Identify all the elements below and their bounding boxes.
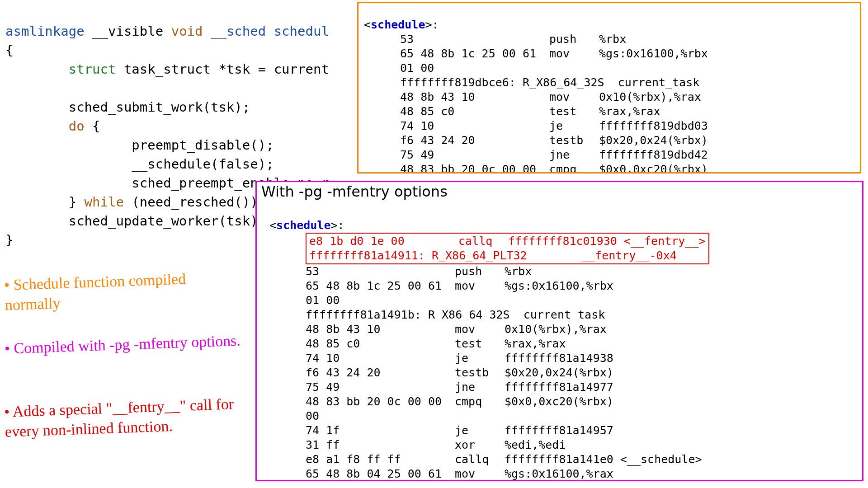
fentry-title: With -pg -mfentry options bbox=[261, 183, 859, 200]
note-magenta: • Compiled with -pg -mfentry options. bbox=[4, 330, 258, 359]
asm-normal-box: <schedule>: 53push%rbx 65 48 8b 1c 25 00… bbox=[357, 2, 861, 174]
asm-normal-listing: <schedule>: 53push%rbx 65 48 8b 1c 25 00… bbox=[364, 3, 856, 174]
asm-fentry-box: With -pg -mfentry options <schedule>: e8… bbox=[255, 181, 863, 481]
fentry-highlight: e8 1b d0 1e 00callqffffffff81c01930 <__f… bbox=[306, 233, 709, 264]
asm-fentry-listing: <schedule>: e8 1b d0 1e 00callqffffffff8… bbox=[269, 204, 859, 481]
kw-struct: struct bbox=[5, 61, 116, 77]
asm-label-top: schedule bbox=[371, 18, 425, 31]
note-orange: • Schedule function compiled normally bbox=[4, 267, 245, 315]
note-red: • Adds a special "__fentry__" call for e… bbox=[4, 393, 259, 441]
kw-do: do bbox=[5, 118, 85, 134]
asm-label-bottom: schedule bbox=[276, 219, 330, 232]
fn-schedule: schedul bbox=[274, 23, 329, 39]
kw-while: while bbox=[85, 194, 124, 210]
kw-void: void bbox=[171, 23, 203, 39]
kw-asmlinkage: asmlinkage bbox=[5, 23, 85, 39]
